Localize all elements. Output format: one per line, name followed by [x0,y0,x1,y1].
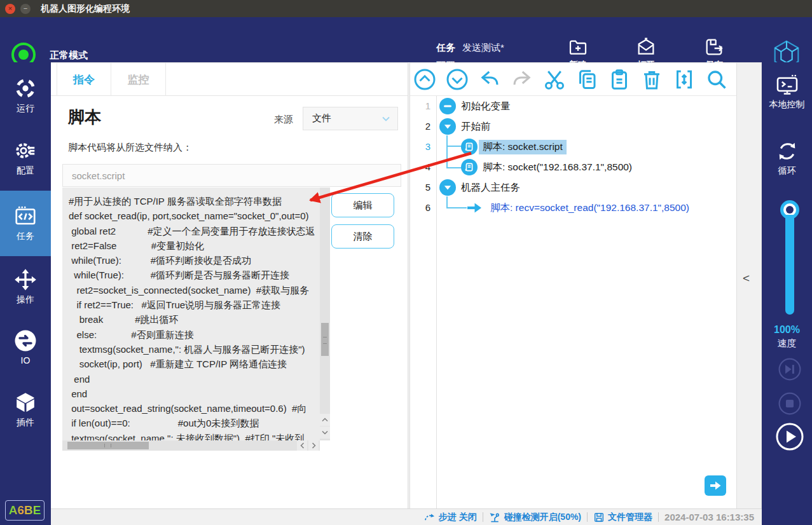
code-line: while(True): #循环判断接收是否成功 [69,253,320,268]
tree-node-label: 初始化变量 [457,99,514,114]
redo-button[interactable] [511,68,533,91]
tree-node-label: 开始前 [457,119,495,134]
insert-button[interactable] [673,68,696,91]
script-description: 脚本代码将从所选文件纳入： [68,142,192,154]
tree-node-1[interactable]: 1初始化变量 [410,96,736,116]
save-file-icon [704,37,724,57]
collision-status[interactable]: 碰撞检测开启(50%) [489,511,581,523]
file-manager-icon [593,512,605,523]
paste-button[interactable] [608,68,631,91]
window-title: 机器人图形化编程环境 [41,3,130,15]
line-number: 6 [410,202,430,213]
scroll-right-button[interactable] [308,440,319,451]
open-file-icon [636,37,656,57]
close-button[interactable]: × [5,4,15,14]
speed-value: 100% [762,324,812,336]
clear-button[interactable]: 清除 [331,224,394,249]
tree-node-4[interactable]: 4脚本: socket("192.168.37.1",8500) [410,157,736,177]
sidebar-item-local-control[interactable]: 本地控制 [762,74,812,111]
tree-node-2[interactable]: 2开始前 [410,116,736,137]
edit-button[interactable]: 编辑 [331,193,394,217]
next-step-button[interactable] [705,475,726,496]
sidebar-item-运行[interactable]: 运行 [0,72,51,118]
line-number: 1 [410,100,430,111]
status-separator [483,512,483,522]
code-line: out=socket_read_string(socket_name,timeo… [69,401,320,416]
search-icon [705,68,728,91]
horizontal-scrollbar[interactable] [62,440,320,451]
tree-node-label: 脚本: socket.script [479,140,567,154]
status-bar: 步进 关闭 碰撞检测开启(50%) 文件管理器 2024-07-03 16:13… [51,508,762,525]
datetime: 2024-07-03 16:13:35 [664,512,754,522]
tree-node-5[interactable]: 5机器人主任务 [410,177,736,198]
status-separator [587,512,588,522]
code-line: global ret2 #定义一个全局变量用于存放连接状态返 [69,224,320,238]
stop-button[interactable] [778,392,802,416]
cut-button[interactable] [543,68,566,91]
code-line: if len(out)==0: #out为0未接到数据 [69,416,320,430]
play-button[interactable] [775,422,804,451]
sidebar-item-配置[interactable]: 配置 [0,135,51,181]
filename-field[interactable]: socket.script [62,164,401,187]
chevron-down-icon [382,116,390,121]
tab-monitor[interactable]: 监控 [111,63,166,96]
undo-button[interactable] [478,68,501,91]
sidebar-item-操作[interactable]: 操作 [0,264,51,310]
tree-node-6[interactable]: 6脚本: recv=socket_read("192.168.37.1",850… [410,198,736,218]
tree-node-label: 脚本: recv=socket_read("192.168.37.1",8500… [486,201,693,215]
collision-detect-icon [489,511,501,523]
tree-script-icon [461,139,478,155]
step-forward-button[interactable] [778,357,802,381]
delete-icon [640,68,663,91]
minimize-button[interactable]: − [20,4,31,14]
tab-instruction[interactable]: 指令 [57,63,111,96]
vertical-scrollbar[interactable] [320,188,330,440]
app-header: 正常模式 任务发送测试* 配置default 新建 打开 保存 [0,17,812,62]
loop-icon [776,140,799,163]
script-panel: 指令 监控 脚本 来源 文件 脚本代码将从所选文件纳入： socket.scri… [51,62,408,508]
sidebar-item-loop[interactable]: 循环 [762,140,812,177]
config-gear-icon [14,139,37,162]
task-label: 任务 [436,42,455,54]
move-up-icon [413,68,436,91]
speed-slider-track[interactable] [785,215,794,315]
tree-node-label: 机器人主任务 [457,181,524,195]
tree-node-3[interactable]: 3脚本: socket.script [410,137,736,157]
scroll-up-button[interactable] [320,414,330,426]
vertical-scroll-thumb[interactable] [321,323,329,356]
horizontal-scroll-thumb[interactable] [67,442,149,449]
task-value: 发送测试* [462,42,504,54]
code-line: #用于从连接的 TCP/IP 服务器读取全部字符串数据 [69,194,320,208]
sidebar-item-IO[interactable]: IO [0,324,51,370]
tree-arrow-icon [466,200,483,216]
source-label: 来源 [274,114,293,126]
delete-button[interactable] [640,68,663,91]
left-sidebar: 运行配置任务操作IO插件 A6BE [0,62,51,525]
sidebar-item-任务[interactable]: 任务 [0,191,51,256]
scroll-left-button[interactable] [297,440,307,451]
scroll-down-button[interactable] [320,426,330,439]
panel-collapse-handle[interactable]: < [736,62,762,508]
mode-label: 正常模式 [50,50,88,62]
code-line: while(True): #循环判断是否与服务器断开连接 [69,268,320,282]
code-viewer[interactable]: #用于从连接的 TCP/IP 服务器读取全部字符串数据def socket_re… [62,188,320,440]
move-up-button[interactable] [413,68,436,91]
source-select[interactable]: 文件 [303,107,398,130]
window-titlebar: × − 机器人图形化编程环境 [0,0,812,17]
source-selected-value: 文件 [312,112,331,125]
line-number: 2 [410,121,430,132]
operate-move-icon [14,268,37,291]
code-line: ret2=socket_is_connected(socket_name) #获… [69,283,320,297]
search-button[interactable] [705,68,728,91]
step-mode-status[interactable]: 步进 关闭 [423,511,477,523]
copy-button[interactable] [575,68,598,91]
move-down-button[interactable] [446,68,469,91]
sidebar-item-插件[interactable]: 插件 [0,386,51,432]
tree-node-label: 脚本: socket("192.168.37.1",8500) [479,160,636,175]
code-line: textmsg(socket_name,": 机器人与服务器已断开连接") [69,342,320,357]
speed-label: 速度 [762,338,812,350]
robot-model-button[interactable]: A6BE [5,500,45,521]
file-manager-button[interactable]: 文件管理器 [593,512,652,523]
code-line: end [69,372,320,386]
insert-icon [673,68,696,91]
